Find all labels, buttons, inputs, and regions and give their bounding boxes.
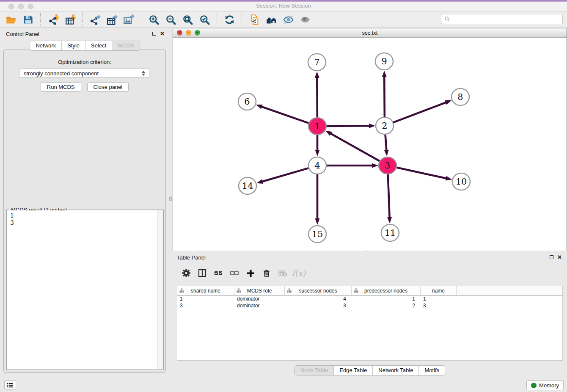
tab-network-table[interactable]: Network Table <box>373 366 419 375</box>
tab-select[interactable]: Select <box>85 41 112 50</box>
graph-node-6[interactable]: 6 <box>238 93 256 110</box>
column-header-name[interactable]: name <box>421 286 457 295</box>
window-accent-strip <box>0 0 567 2</box>
graph-node-15[interactable]: 15 <box>308 226 326 243</box>
edge-2-3[interactable] <box>384 134 389 156</box>
graph-node-11[interactable]: 11 <box>381 224 399 241</box>
mcds-result-text[interactable]: 13 <box>7 210 157 369</box>
network-window-titlebar[interactable]: ✕ − + scc.txt <box>173 28 567 38</box>
result-scrollbar[interactable] <box>157 210 163 369</box>
edge-2-8[interactable] <box>393 100 452 123</box>
vertical-splitter-grip[interactable] <box>169 197 172 201</box>
graph-node-8[interactable]: 8 <box>451 88 469 105</box>
import-table-icon[interactable] <box>61 13 78 26</box>
table-body: 1dominator4113dominator323 <box>177 295 562 309</box>
graph-node-2[interactable]: 2 <box>376 117 394 134</box>
table-cell[interactable]: 4 <box>285 295 352 302</box>
run-mcds-button[interactable]: Run MCDS <box>41 82 81 92</box>
graph-node-9[interactable]: 9 <box>375 53 393 70</box>
copy-network-icon[interactable] <box>246 13 263 26</box>
graph-node-14[interactable]: 14 <box>239 177 256 194</box>
edge-1-2[interactable] <box>326 124 375 128</box>
table-row[interactable]: 3dominator323 <box>177 302 562 309</box>
table-toolbar: f(x) <box>177 264 305 282</box>
export-table-icon[interactable] <box>103 13 120 26</box>
float-panel-icon[interactable] <box>152 32 156 36</box>
list-icon <box>6 382 14 388</box>
zoom-in-icon[interactable] <box>145 13 162 26</box>
table-cell[interactable]: 2 <box>352 302 421 309</box>
zoom-out-icon[interactable] <box>162 13 179 26</box>
criterion-select[interactable]: strongly connected component <box>19 69 149 78</box>
close-panel-icon[interactable]: ✕ <box>160 31 165 36</box>
svg-text:7: 7 <box>314 57 319 67</box>
edge-1-7[interactable] <box>315 72 319 118</box>
table-cell[interactable]: dominator <box>234 302 285 309</box>
edge-3-11[interactable] <box>387 174 392 224</box>
column-header-predecessor-nodes[interactable]: predecessor nodes <box>352 286 421 295</box>
search-input[interactable] <box>452 15 562 23</box>
close-panel-button[interactable]: Close panel <box>87 82 129 92</box>
zoom-selected-icon[interactable] <box>196 13 213 26</box>
graph-node-1[interactable]: 1 <box>308 118 326 135</box>
column-header-shared-name[interactable]: shared name <box>177 286 234 295</box>
show-all-icon[interactable] <box>297 13 314 26</box>
tab-node-table[interactable]: Node Table <box>295 366 334 375</box>
add-column-icon[interactable] <box>245 267 256 279</box>
gear-icon[interactable] <box>180 267 192 279</box>
deselect-all-icon[interactable] <box>228 267 240 279</box>
tab-network[interactable]: Network <box>30 41 62 50</box>
export-network-icon[interactable] <box>86 13 103 26</box>
table-cell[interactable]: 1 <box>421 295 457 302</box>
graph-node-3[interactable]: 3 <box>379 157 396 174</box>
edge-1-4[interactable] <box>315 135 320 156</box>
first-neighbors-icon[interactable] <box>263 13 280 26</box>
graph-node-10[interactable]: 10 <box>452 173 470 190</box>
zoom-fit-icon[interactable] <box>179 13 196 26</box>
graph-node-7[interactable]: 7 <box>308 54 326 71</box>
tab-mcds[interactable]: MCDS <box>112 41 139 50</box>
tab-motifs[interactable]: Motifs <box>419 366 445 375</box>
column-header-MCDS-role[interactable]: MCDS role <box>234 286 285 295</box>
memory-label: Memory <box>539 382 559 389</box>
edge-4-15[interactable] <box>315 174 320 225</box>
edge-2-9[interactable] <box>382 71 387 117</box>
close-table-panel-icon[interactable]: ✕ <box>557 255 562 259</box>
table-cell[interactable]: 1 <box>177 295 234 302</box>
edge-1-6[interactable] <box>256 105 309 123</box>
table-cell[interactable]: 3 <box>177 302 234 309</box>
open-file-icon[interactable] <box>3 13 19 26</box>
toolbar-separator <box>82 13 83 26</box>
edge-4-14[interactable] <box>256 168 309 184</box>
edge-4-3[interactable] <box>326 163 378 168</box>
sitemap-icon <box>287 288 292 294</box>
split-view-icon[interactable] <box>196 267 208 279</box>
task-history-button[interactable] <box>4 380 16 390</box>
float-table-panel-icon[interactable] <box>550 255 553 259</box>
table-header-row: shared nameMCDS rolesuccessor nodesprede… <box>177 286 562 295</box>
control-panel-tabs: NetworkStyleSelectMCDS <box>30 41 140 51</box>
table-cell[interactable]: 1 <box>352 295 421 302</box>
delete-column-icon[interactable] <box>261 267 272 279</box>
tab-style[interactable]: Style <box>62 41 85 50</box>
column-header-successor-nodes[interactable]: successor nodes <box>285 286 352 295</box>
edge-3-1[interactable] <box>325 131 380 161</box>
graph-node-4[interactable]: 4 <box>308 157 326 174</box>
table-cell[interactable]: dominator <box>234 295 285 302</box>
edge-3-10[interactable] <box>396 167 452 180</box>
tab-edge-table[interactable]: Edge Table <box>334 366 373 375</box>
table-row[interactable]: 1dominator411 <box>177 295 562 302</box>
table-cell[interactable]: 3 <box>421 302 457 309</box>
select-all-icon[interactable] <box>212 267 224 279</box>
save-session-icon[interactable] <box>19 13 36 26</box>
import-network-icon[interactable] <box>44 13 61 26</box>
export-image-icon[interactable] <box>120 13 137 26</box>
main-toolbar <box>0 11 567 28</box>
memory-button[interactable]: Memory <box>526 380 564 390</box>
table-cell[interactable]: 3 <box>285 302 352 309</box>
control-panel-title: Control Panel <box>6 31 39 37</box>
search-box[interactable] <box>441 14 563 24</box>
hide-selected-icon[interactable] <box>280 13 297 26</box>
refresh-icon[interactable] <box>221 13 238 26</box>
network-canvas[interactable]: 7968124314101511 <box>173 38 567 251</box>
